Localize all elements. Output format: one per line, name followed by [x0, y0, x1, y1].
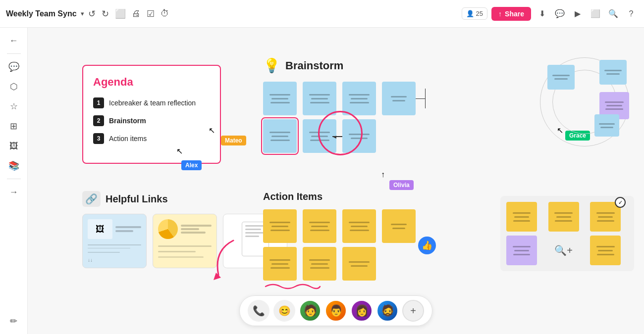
- action-sticky-6[interactable]: [303, 247, 336, 281]
- avatar-3[interactable]: 👩: [351, 300, 373, 322]
- action-items-header: Action Items: [263, 191, 418, 202]
- topbar-right: 👤 25 ↑ Share ⬇ 💬 ▶ ⬜ 🔍 ?: [462, 7, 638, 21]
- helpful-links-icon: 🔗: [82, 191, 101, 207]
- agenda-title: Agenda: [93, 76, 210, 89]
- sidebar-library-icon[interactable]: 📚: [5, 157, 23, 175]
- link-card-1[interactable]: 🖼 ↓↓: [82, 214, 147, 268]
- comments-icon[interactable]: 💬: [553, 7, 567, 21]
- brs-sticky-3[interactable]: ✓: [590, 202, 621, 232]
- helpful-links-title: Helpful Links: [106, 193, 168, 205]
- sidebar-grid-icon[interactable]: ⊞: [5, 117, 23, 135]
- timer-icon[interactable]: ⏱: [161, 8, 169, 19]
- topbar-left: Weekly Team Sync ▾ ↺ ↻ ⬜ 🖨 ☑ ⏱: [6, 8, 169, 19]
- action-items-grid: [263, 209, 418, 281]
- sidebar-star-icon[interactable]: ☆: [5, 97, 23, 115]
- brainstorm-title: Brainstorm: [285, 59, 343, 72]
- title-dropdown-icon[interactable]: ▾: [81, 10, 84, 17]
- agenda-card: Agenda 1 Icebreaker & team reflection 2 …: [82, 65, 221, 164]
- action-items-section: Action Items: [263, 191, 418, 293]
- emoji-icon[interactable]: 😊: [273, 300, 295, 322]
- sidebar-image-icon[interactable]: 🖼: [5, 137, 23, 155]
- bottom-right-sticky-grid: ✓ 🔍+: [506, 202, 628, 265]
- topbar-tools: ↺ ↻ ⬜ 🖨 ☑ ⏱: [88, 8, 169, 19]
- sticky-blue-4[interactable]: [382, 82, 416, 115]
- avatar-1[interactable]: 🧑: [299, 300, 321, 322]
- app-title[interactable]: Weekly Team Sync: [6, 9, 77, 18]
- brs-sticky-2[interactable]: [548, 202, 579, 232]
- redo-icon[interactable]: ↻: [102, 8, 109, 19]
- users-icon: 👤: [466, 10, 474, 17]
- add-participant-button[interactable]: +: [402, 300, 424, 322]
- agenda-num-2: 2: [93, 115, 104, 126]
- agenda-label-2: Brainstorm: [109, 117, 146, 125]
- bottom-participants-bar: 📞 😊 🧑 👨 👩 🧔 +: [239, 295, 432, 326]
- action-sticky-1[interactable]: [263, 209, 297, 243]
- download-icon[interactable]: ⬇: [535, 7, 549, 21]
- users-badge[interactable]: 👤 25: [462, 7, 487, 20]
- brs-sticky-1[interactable]: [506, 202, 537, 232]
- agenda-item-1: 1 Icebreaker & team reflection: [93, 97, 210, 108]
- agenda-label-1: Icebreaker & team reflection: [109, 99, 196, 107]
- pink-squiggle: [263, 282, 322, 291]
- zoom-in-icon[interactable]: 🔍+: [548, 236, 579, 265]
- action-sticky-5[interactable]: [263, 247, 297, 281]
- check-tool-icon[interactable]: ☑: [147, 8, 155, 19]
- action-items-title: Action Items: [263, 191, 322, 202]
- help-icon[interactable]: ?: [624, 7, 638, 21]
- action-sticky-7[interactable]: [342, 247, 376, 281]
- print-icon[interactable]: 🖨: [132, 8, 141, 19]
- sticky-blue-2[interactable]: [303, 82, 336, 115]
- brainstorm-header: 💡 Brainstorm: [263, 57, 451, 74]
- view-icon[interactable]: ⬜: [589, 7, 602, 21]
- sidebar-comment-icon[interactable]: 💬: [5, 58, 23, 76]
- share-label: Share: [505, 10, 524, 18]
- share-icon: ↑: [498, 10, 502, 18]
- agenda-label-3: Action items: [109, 135, 147, 143]
- action-sticky-2[interactable]: [303, 209, 336, 243]
- sidebar-back-icon[interactable]: ←: [5, 32, 23, 49]
- svg-marker-0: [214, 273, 221, 280]
- bottom-right-panel: ✓ 🔍+: [500, 196, 634, 271]
- undo-icon[interactable]: ↺: [88, 8, 96, 19]
- topbar: Weekly Team Sync ▾ ↺ ↻ ⬜ 🖨 ☑ ⏱ 👤 25 ↑ Sh…: [0, 0, 644, 28]
- brainstorm-circle-annotation: [318, 111, 363, 155]
- brs-sticky-4[interactable]: [506, 236, 537, 265]
- sidebar-export-icon[interactable]: →: [5, 183, 23, 201]
- action-sticky-3[interactable]: [342, 209, 376, 243]
- sidebar-divider: [7, 53, 21, 54]
- zoom-search-icon[interactable]: 🔍: [606, 7, 620, 21]
- share-button[interactable]: ↑ Share: [491, 7, 531, 21]
- frame-icon[interactable]: ⬜: [115, 8, 126, 19]
- phone-icon[interactable]: 📞: [248, 300, 269, 322]
- cursor-label-mateo: Mateo: [221, 136, 246, 145]
- sidebar-divider-2: [7, 179, 21, 179]
- sticky-blue-1[interactable]: [263, 82, 297, 115]
- links-cards: 🖼 ↓↓: [82, 214, 287, 268]
- thumbs-up-badge: 👍: [418, 237, 436, 254]
- cursor-olivia: ↑: [381, 170, 389, 178]
- agenda-item-2: 2 Brainstorm: [93, 115, 210, 126]
- agenda-num-3: 3: [93, 133, 104, 144]
- agenda-item-3: 3 Action items: [93, 133, 210, 144]
- avatar-4[interactable]: 🧔: [376, 300, 398, 322]
- helpful-links-section: 🔗 Helpful Links 🖼: [82, 191, 287, 268]
- cursor-label-alex: Alex: [181, 160, 202, 170]
- avatar-2[interactable]: 👨: [325, 300, 347, 322]
- sidebar: ← 💬 ⬡ ☆ ⊞ 🖼 📚 → ✏: [0, 28, 28, 334]
- pink-arrow-annotation: [204, 236, 243, 287]
- sticky-blue-selected[interactable]: [263, 119, 297, 153]
- brainstorm-lightbulb-icon: 💡: [263, 57, 280, 74]
- sidebar-board-icon[interactable]: ⬡: [5, 78, 23, 95]
- cursor-label-olivia: Olivia: [389, 180, 414, 190]
- canvas: Agenda 1 Icebreaker & team reflection 2 …: [28, 28, 644, 334]
- brs-sticky-6[interactable]: [590, 236, 621, 265]
- helpful-links-header: 🔗 Helpful Links: [82, 191, 287, 207]
- present-icon[interactable]: ▶: [571, 7, 585, 21]
- agenda-num-1: 1: [93, 97, 104, 108]
- users-count: 25: [476, 10, 483, 17]
- action-sticky-4[interactable]: [382, 209, 416, 243]
- circle-diagram: [540, 57, 629, 146]
- sidebar-draw-icon[interactable]: ✏: [5, 312, 23, 330]
- sticky-blue-3[interactable]: [342, 82, 376, 115]
